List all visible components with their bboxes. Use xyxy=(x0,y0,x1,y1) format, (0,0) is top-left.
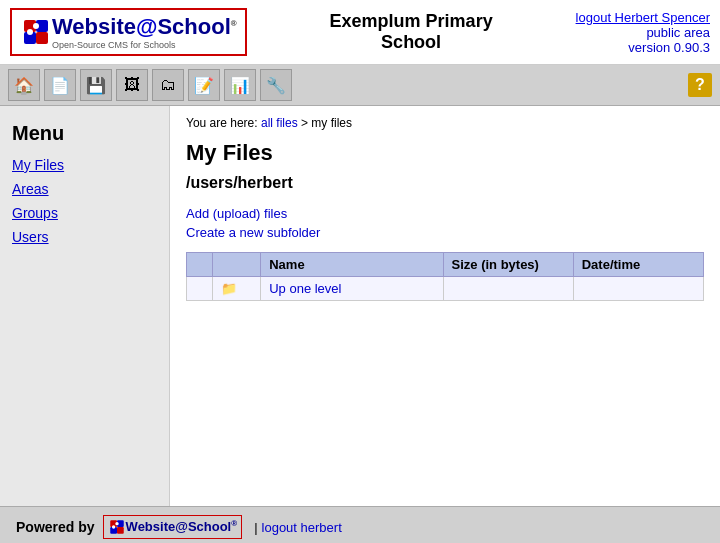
row-size xyxy=(443,277,573,301)
main-layout: Menu My Files Areas Groups Users You are… xyxy=(0,106,720,506)
logout-link[interactable]: logout Herbert Spencer xyxy=(576,10,710,25)
logout-area: logout Herbert Spencer public area versi… xyxy=(576,10,710,55)
logo-box: Website@School® Open-Source CMS for Scho… xyxy=(10,8,247,56)
footer-separator: | xyxy=(254,520,257,535)
svg-point-11 xyxy=(112,525,115,528)
create-subfolder-link[interactable]: Create a new subfolder xyxy=(186,225,704,240)
sidebar: Menu My Files Areas Groups Users xyxy=(0,106,170,506)
logo-area: Website@School® Open-Source CMS for Scho… xyxy=(10,8,247,56)
chart-icon[interactable]: 📊 xyxy=(224,69,256,101)
footer-puzzle-icon xyxy=(108,518,126,536)
files-icon[interactable]: 🗂 xyxy=(152,69,184,101)
row-check1 xyxy=(187,277,213,301)
puzzle-icon xyxy=(20,16,52,48)
logo-tagline: Open-Source CMS for Schools xyxy=(52,40,237,50)
public-area-label: public area xyxy=(646,25,710,40)
sidebar-item-users[interactable]: Users xyxy=(12,229,157,245)
footer-logo-text: Website@School® xyxy=(126,519,238,534)
footer-logo-box: Website@School® xyxy=(103,515,243,539)
folder-icon: 📁 xyxy=(221,281,237,296)
school-name-line1: Exemplum Primary xyxy=(330,11,493,31)
breadcrumb-separator: > xyxy=(298,116,312,130)
action-links: Add (upload) files Create a new subfolde… xyxy=(186,206,704,240)
sidebar-item-groups[interactable]: Groups xyxy=(12,205,157,221)
menu-heading: Menu xyxy=(12,122,157,145)
col-header-check1 xyxy=(187,253,213,277)
svg-point-10 xyxy=(115,522,118,525)
school-name-line2: School xyxy=(381,32,441,52)
image-icon[interactable]: 🖼 xyxy=(116,69,148,101)
svg-rect-9 xyxy=(117,527,124,534)
footer-logo-school: School xyxy=(188,520,231,535)
powered-by-label: Powered by xyxy=(16,519,95,535)
school-name: Exemplum Primary School xyxy=(247,11,576,53)
home-icon[interactable]: 🏠 xyxy=(8,69,40,101)
breadcrumb-prefix: You are here: xyxy=(186,116,258,130)
edit-icon[interactable]: 📝 xyxy=(188,69,220,101)
col-header-name: Name xyxy=(261,253,443,277)
page-title: My Files xyxy=(186,140,704,166)
breadcrumb: You are here: all files > my files xyxy=(186,116,704,130)
logo-main-text: Website xyxy=(52,14,136,39)
svg-point-5 xyxy=(27,29,33,35)
footer-logo: Website@School® xyxy=(103,515,243,539)
footer-logo-at: @ xyxy=(175,520,188,535)
footer-logo-main: Website xyxy=(126,520,176,535)
footer: Powered by Website@School® | logout herb… xyxy=(0,506,720,543)
toolbar: 🏠 📄 💾 🖼 🗂 📝 📊 🔧 ? xyxy=(0,65,720,106)
page-icon[interactable]: 📄 xyxy=(44,69,76,101)
path-display: /users/herbert xyxy=(186,174,704,192)
row-folder-icon: 📁 xyxy=(213,277,261,301)
reg-mark: ® xyxy=(231,19,237,28)
header: Website@School® Open-Source CMS for Scho… xyxy=(0,0,720,65)
file-table: Name Size (in bytes) Date/time 📁 Up one … xyxy=(186,252,704,301)
col-header-date: Date/time xyxy=(573,253,703,277)
version-label: version 0.90.3 xyxy=(628,40,710,55)
breadcrumb-all-files[interactable]: all files xyxy=(261,116,298,130)
table-row: 📁 Up one level xyxy=(187,277,704,301)
svg-rect-3 xyxy=(36,32,48,44)
logo-school-word: School xyxy=(157,14,230,39)
row-date xyxy=(573,277,703,301)
breadcrumb-current: my files xyxy=(311,116,352,130)
content-area: You are here: all files > my files My Fi… xyxy=(170,106,720,506)
up-one-level-link[interactable]: Up one level xyxy=(269,281,341,296)
help-icon[interactable]: ? xyxy=(688,73,712,97)
sidebar-item-areas[interactable]: Areas xyxy=(12,181,157,197)
footer-logout-link[interactable]: logout herbert xyxy=(262,520,342,535)
logo-at: @ xyxy=(136,14,157,39)
tools-icon[interactable]: 🔧 xyxy=(260,69,292,101)
row-name: Up one level xyxy=(261,277,443,301)
toolbar-icons: 🏠 📄 💾 🖼 🗂 📝 📊 🔧 xyxy=(8,69,292,101)
footer-reg-mark: ® xyxy=(231,519,237,528)
upload-link[interactable]: Add (upload) files xyxy=(186,206,704,221)
svg-point-4 xyxy=(33,23,39,29)
col-header-check2 xyxy=(213,253,261,277)
sidebar-item-myfiles[interactable]: My Files xyxy=(12,157,157,173)
save-icon[interactable]: 💾 xyxy=(80,69,112,101)
logo-text: Website@School® xyxy=(52,14,237,39)
col-header-size: Size (in bytes) xyxy=(443,253,573,277)
